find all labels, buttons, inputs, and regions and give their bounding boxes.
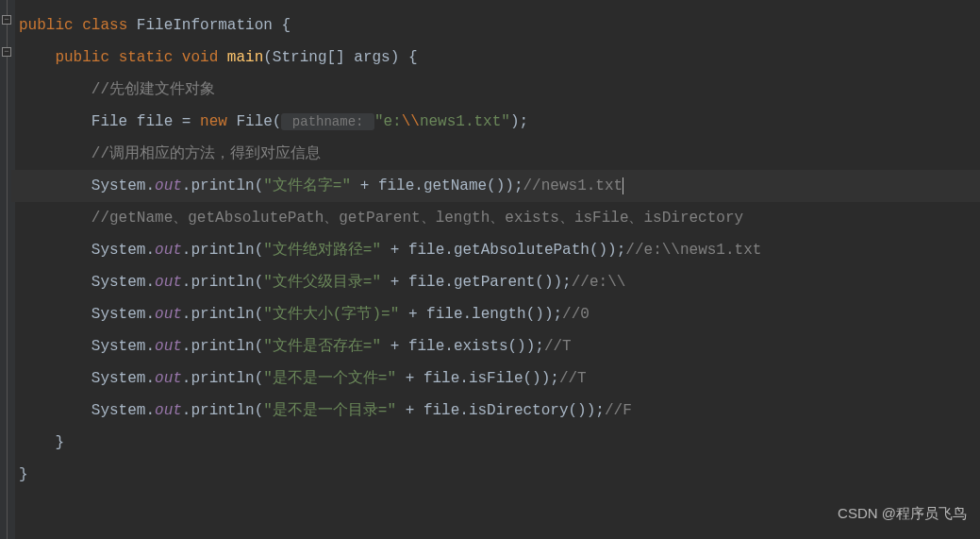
code-line: public static void main(String[] args) {	[11, 42, 980, 74]
code-line: System.out.println("是不是一个目录=" + file.isD…	[11, 395, 980, 427]
code-line: //先创建文件对象	[11, 74, 980, 106]
code-line: System.out.println("文件父级目录=" + file.getP…	[11, 266, 980, 298]
code-line: File file = new File( pathname: "e:\\new…	[11, 106, 980, 138]
code-line: System.out.println("文件大小(字节)=" + file.le…	[11, 298, 980, 330]
code-line: public class FileInformation {	[11, 9, 980, 42]
code-line: System.out.println("文件绝对路径=" + file.getA…	[11, 234, 980, 266]
code-editor[interactable]: public class FileInformation { public st…	[0, 0, 980, 491]
code-line: System.out.println("是不是一个文件=" + file.isF…	[11, 362, 980, 395]
code-line: }	[11, 459, 980, 491]
watermark-text: CSDN @程序员飞鸟	[838, 497, 967, 530]
code-line: //调用相应的方法，得到对应信息	[11, 138, 980, 170]
text-cursor: //news1.txt	[523, 177, 624, 194]
code-line: }	[11, 427, 980, 459]
code-line-active: System.out.println("文件名字=" + file.getNam…	[11, 170, 980, 202]
code-line: //getName、getAbsolutePath、getParent、leng…	[11, 202, 980, 234]
code-line: System.out.println("文件是否存在=" + file.exis…	[11, 330, 980, 362]
parameter-hint: pathname:	[281, 113, 374, 130]
